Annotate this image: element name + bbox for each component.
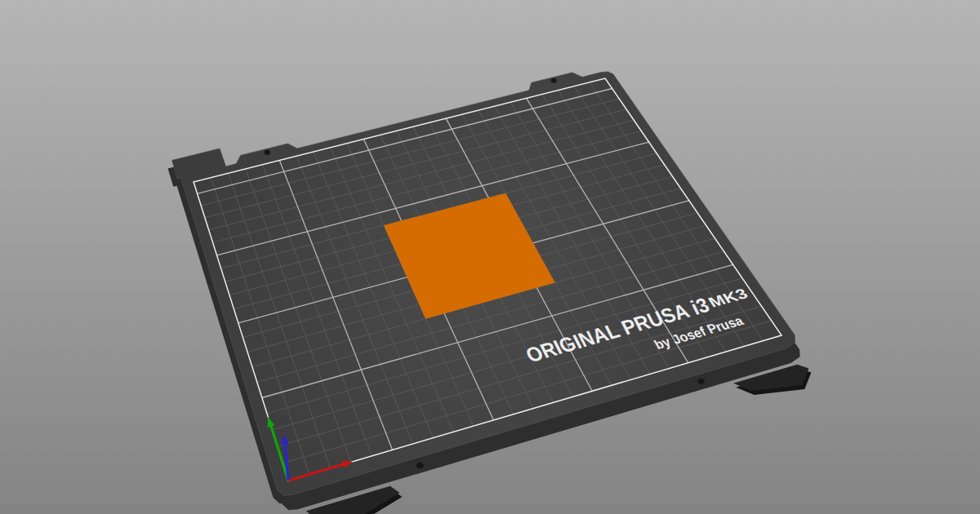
bed-mount-hole-rear-right bbox=[551, 78, 557, 83]
bed-mount-hole-front-right bbox=[697, 379, 704, 384]
bed-mount-hole-rear-left bbox=[265, 150, 270, 155]
slicer-3d-viewport[interactable]: ORIGINAL PRUSA i3MK3by Josef Prusa bbox=[0, 0, 980, 514]
bed-mount-hole-front-left bbox=[416, 463, 424, 469]
